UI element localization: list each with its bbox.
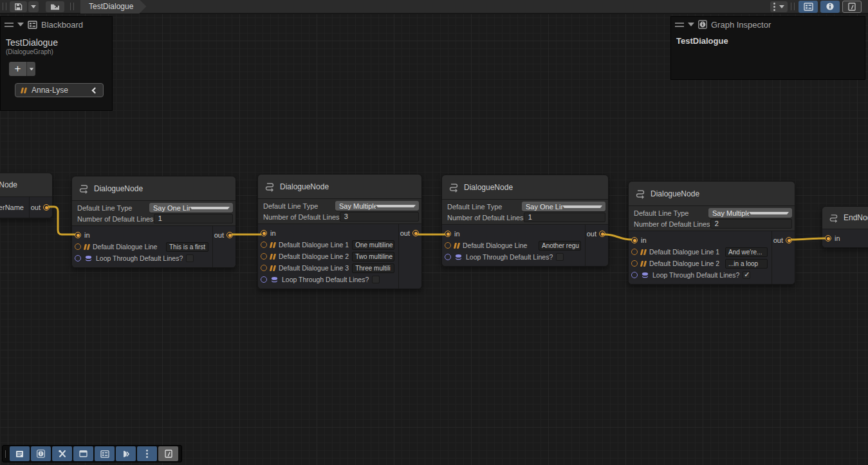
out-port[interactable] — [412, 230, 419, 236]
node-title-bar[interactable]: StartNode — [0, 173, 52, 197]
line-type-label: Default Line Type — [77, 204, 149, 212]
blackboard-icon — [100, 450, 109, 458]
dialogue-line-field[interactable]: Two multiline — [352, 252, 394, 261]
chevron-left-icon[interactable] — [92, 87, 98, 93]
node-title-bar[interactable]: DialogueNode — [629, 182, 795, 206]
loop-port[interactable] — [261, 276, 267, 283]
script-preview-button[interactable] — [158, 446, 178, 461]
edge-node3-to-node4[interactable] — [605, 234, 631, 240]
graph-tab[interactable]: TestDialogue — [80, 0, 146, 14]
console-icon — [15, 450, 24, 458]
dialogue-node-2[interactable]: DialogueNode Default Line Type Say Multi… — [257, 174, 422, 289]
drag-handle-icon[interactable] — [675, 23, 684, 27]
dialogue-line-port[interactable] — [75, 243, 81, 250]
num-lines-label: Number of Default Lines — [447, 214, 524, 222]
dialogue-node-3[interactable]: DialogueNode Default Line Type Say One L… — [441, 175, 609, 267]
num-lines-field[interactable]: 3 — [340, 212, 419, 222]
line-type-label: Default Line Type — [447, 203, 522, 211]
window-button[interactable] — [73, 446, 93, 461]
num-lines-field[interactable]: 2 — [710, 219, 792, 229]
dialogue-line-field[interactable]: One multiline — [352, 240, 394, 250]
line-type-dropdown[interactable]: Say One Line — [149, 203, 233, 213]
open-asset-button[interactable] — [46, 1, 64, 12]
loop-icon — [454, 254, 463, 261]
drag-handle-icon[interactable] — [5, 23, 14, 27]
node-title-bar[interactable]: DialogueNode — [72, 176, 235, 201]
loop-port[interactable] — [75, 255, 81, 261]
node-title: DialogueNode — [464, 183, 513, 192]
dialogue-preview-button[interactable] — [116, 446, 136, 461]
toggle-script-preview-button[interactable] — [842, 1, 862, 13]
dialogue-line-field[interactable]: ...in a loop — [725, 259, 768, 269]
toolbar-grip[interactable] — [5, 450, 6, 458]
out-port[interactable] — [43, 204, 50, 211]
blackboard-icon — [804, 3, 813, 11]
toolbar-grip[interactable] — [70, 3, 74, 10]
node-title: EndNode — [844, 213, 868, 222]
dialogue-line-port[interactable] — [261, 242, 267, 248]
in-port-label: in — [84, 231, 90, 239]
line-type-dropdown[interactable]: Say Multiple Lines — [335, 201, 419, 211]
graph-tab-label: TestDialogue — [89, 2, 133, 11]
node-title-bar[interactable]: EndNode — [822, 207, 868, 229]
toggle-blackboard-button[interactable] — [799, 1, 818, 13]
dialogue-line-field[interactable]: This is a first — [166, 242, 208, 252]
end-node[interactable]: EndNode in — [822, 206, 868, 248]
dialogue-line-port[interactable] — [261, 253, 267, 260]
blackboard-property-anna-lyse[interactable]: Anna-Lyse — [15, 83, 104, 97]
collapse-caret-icon[interactable] — [17, 23, 24, 26]
save-options-button[interactable] — [28, 1, 39, 12]
out-port[interactable] — [786, 237, 792, 243]
loop-checkbox[interactable] — [372, 276, 380, 283]
start-node[interactable]: StartNode SpeakerName out — [0, 173, 53, 218]
line-type-dropdown[interactable]: Say Multiple Lines — [708, 208, 792, 218]
save-button[interactable] — [10, 1, 27, 12]
dialogue-line-field[interactable]: Three multili — [352, 263, 394, 273]
node-title-bar[interactable]: DialogueNode — [442, 175, 608, 200]
blackboard-graph-name: TestDialogue — [1, 32, 112, 48]
out-port[interactable] — [226, 232, 233, 238]
loop-label: Loop Through Default Lines? — [466, 253, 553, 261]
loop-checkbox[interactable] — [556, 253, 564, 261]
node-title-bar[interactable]: DialogueNode — [258, 175, 421, 199]
in-port[interactable] — [825, 235, 831, 242]
blackboard-button[interactable] — [95, 446, 115, 461]
loop-checkbox[interactable] — [186, 254, 194, 262]
dialogue-node-4[interactable]: DialogueNode Default Line Type Say Multi… — [628, 181, 795, 285]
loop-checkbox[interactable] — [743, 271, 750, 279]
toolbar-grip[interactable] — [3, 3, 6, 10]
edge-start-to-node1[interactable] — [49, 207, 75, 234]
dialogue-node-1[interactable]: DialogueNode Default Line Type Say One L… — [71, 176, 236, 268]
in-port[interactable] — [261, 230, 267, 236]
in-port[interactable] — [75, 232, 81, 238]
edge-node4-to-end[interactable] — [791, 238, 825, 240]
tools-button[interactable] — [52, 446, 72, 461]
dialogue-line-field[interactable]: Another regu — [539, 241, 581, 251]
loop-port[interactable] — [445, 254, 451, 260]
dialogue-line-port[interactable] — [261, 265, 267, 271]
toolbar-grip[interactable] — [791, 3, 795, 10]
loop-icon — [84, 255, 93, 262]
num-lines-field[interactable]: 1 — [524, 213, 605, 222]
flow-node-icon — [635, 189, 645, 199]
add-property-options-button[interactable] — [26, 62, 35, 76]
dialogue-line-port[interactable] — [445, 242, 451, 249]
dialogue-line-port[interactable] — [631, 260, 638, 267]
line-type-dropdown[interactable]: Say One Line — [522, 202, 605, 211]
add-property-button[interactable]: + — [9, 62, 26, 76]
toggle-graph-inspector-button[interactable] — [820, 1, 840, 13]
loop-port[interactable] — [631, 272, 638, 278]
num-lines-field[interactable]: 1 — [154, 214, 233, 223]
dialogue-line-field[interactable]: And we're... — [725, 247, 768, 257]
more-options-button[interactable] — [770, 1, 788, 12]
out-port[interactable] — [599, 231, 605, 237]
caret-down-icon — [31, 5, 36, 8]
in-port[interactable] — [631, 237, 638, 243]
in-port[interactable] — [445, 231, 451, 237]
collapse-caret-icon[interactable] — [688, 23, 694, 26]
info-button[interactable] — [31, 446, 51, 461]
flow-node-icon — [78, 184, 89, 194]
more-options-button[interactable] — [137, 446, 157, 461]
dialogue-line-port[interactable] — [631, 249, 638, 255]
console-button[interactable] — [10, 446, 30, 461]
